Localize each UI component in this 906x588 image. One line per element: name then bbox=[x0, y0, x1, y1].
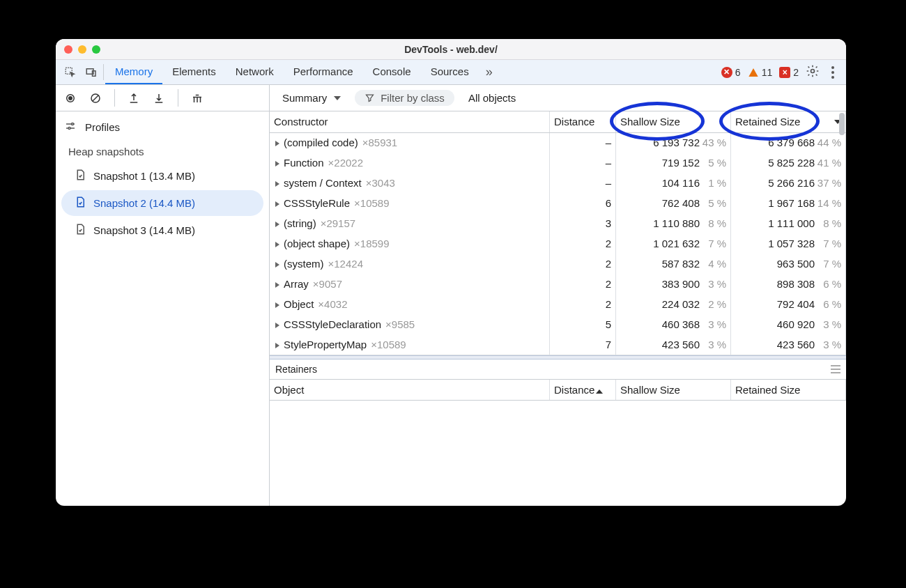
retainers-header: Retainers bbox=[270, 359, 846, 380]
table-row[interactable]: (string)×2915731 110 8808 %1 111 0008 % bbox=[270, 213, 846, 233]
expand-arrow-icon[interactable] bbox=[275, 242, 279, 247]
retainers-col-object[interactable]: Object bbox=[270, 380, 550, 401]
tab-performance[interactable]: Performance bbox=[284, 60, 363, 84]
table-header-row: Constructor Distance Shallow Size Retain… bbox=[270, 111, 846, 132]
object-scope-select[interactable]: All objects bbox=[461, 89, 523, 107]
device-toolbar-icon[interactable] bbox=[81, 60, 102, 84]
col-retained-size[interactable]: Retained Size bbox=[731, 111, 846, 132]
snapshot-label: Snapshot 3 (14.4 MB) bbox=[93, 224, 195, 236]
import-button[interactable] bbox=[151, 92, 167, 105]
tab-sources-label: Sources bbox=[431, 65, 469, 77]
retainers-col-retained[interactable]: Retained Size bbox=[731, 380, 846, 401]
snapshot-item[interactable]: Snapshot 2 (14.4 MB) bbox=[61, 190, 263, 216]
filter-icon bbox=[364, 93, 375, 103]
table-row[interactable]: StylePropertyMap×105897423 5603 %423 560… bbox=[270, 334, 846, 355]
expand-arrow-icon[interactable] bbox=[275, 323, 279, 328]
tab-elements[interactable]: Elements bbox=[162, 60, 226, 84]
expand-arrow-icon[interactable] bbox=[275, 302, 279, 308]
table-row[interactable]: (compiled code)×85931–6 193 73243 %6 379… bbox=[270, 132, 846, 153]
snapshot-icon bbox=[74, 196, 86, 210]
main-tabbar: Memory Elements Network Performance Cons… bbox=[56, 60, 846, 85]
snapshot-label: Snapshot 1 (13.4 MB) bbox=[93, 170, 195, 182]
retainers-empty bbox=[270, 401, 846, 506]
table-row[interactable]: Function×22022–719 1525 %5 825 22841 % bbox=[270, 153, 846, 173]
constructor-table: Constructor Distance Shallow Size Retain… bbox=[270, 111, 846, 355]
view-mode-select[interactable]: Summary bbox=[275, 89, 348, 107]
tab-console[interactable]: Console bbox=[363, 60, 421, 84]
issue-count[interactable]: × 2 bbox=[779, 67, 799, 78]
settings-button[interactable] bbox=[806, 64, 820, 80]
col-shallow-size[interactable]: Shallow Size bbox=[616, 111, 731, 132]
record-button[interactable] bbox=[63, 92, 78, 105]
warning-count[interactable]: 11 bbox=[748, 67, 773, 78]
profiles-sidebar: Profiles Heap snapshots Snapshot 1 (13.4… bbox=[56, 111, 270, 506]
close-window-button[interactable] bbox=[64, 45, 72, 54]
error-icon: ✕ bbox=[721, 67, 732, 78]
table-row[interactable]: (object shape)×1859921 021 6327 %1 057 3… bbox=[270, 233, 846, 254]
expand-arrow-icon[interactable] bbox=[275, 343, 279, 348]
issue-icon: × bbox=[779, 67, 790, 78]
col-constructor[interactable]: Constructor bbox=[270, 111, 550, 132]
col-distance[interactable]: Distance bbox=[550, 111, 616, 132]
svg-point-8 bbox=[68, 127, 70, 130]
table-row[interactable]: Array×90572383 9003 %898 3086 % bbox=[270, 274, 846, 294]
expand-arrow-icon[interactable] bbox=[275, 161, 279, 167]
error-count[interactable]: ✕ 6 bbox=[721, 67, 741, 78]
class-filter-input[interactable]: Filter by class bbox=[355, 90, 454, 106]
warning-icon bbox=[748, 67, 759, 78]
snapshot-item[interactable]: Snapshot 3 (14.4 MB) bbox=[61, 217, 263, 243]
expand-arrow-icon[interactable] bbox=[275, 222, 279, 227]
snapshot-icon bbox=[74, 169, 86, 183]
expand-arrow-icon[interactable] bbox=[275, 181, 279, 187]
retainers-col-distance[interactable]: Distance bbox=[550, 380, 616, 401]
expand-arrow-icon[interactable] bbox=[275, 282, 279, 288]
minimize-window-button[interactable] bbox=[78, 45, 86, 54]
titlebar: DevTools - web.dev/ bbox=[56, 39, 846, 60]
svg-point-7 bbox=[72, 123, 74, 125]
table-row[interactable]: Object×40322224 0322 %792 4046 % bbox=[270, 294, 846, 314]
svg-point-5 bbox=[68, 96, 72, 100]
inspect-element-icon[interactable] bbox=[60, 60, 81, 84]
table-row[interactable]: system / Context×3043–104 1161 %5 266 21… bbox=[270, 173, 846, 193]
retainers-menu-icon[interactable] bbox=[831, 365, 840, 373]
tab-memory-label: Memory bbox=[115, 65, 153, 77]
svg-point-3 bbox=[811, 70, 815, 73]
tab-elements-label: Elements bbox=[172, 65, 216, 77]
more-options-button[interactable] bbox=[827, 66, 839, 79]
scrollbar-thumb[interactable] bbox=[839, 113, 845, 135]
clear-button[interactable] bbox=[88, 92, 103, 105]
tab-console-label: Console bbox=[373, 65, 411, 77]
profiles-label: Profiles bbox=[85, 121, 120, 133]
window-title: DevTools - web.dev/ bbox=[56, 44, 846, 55]
more-tabs-icon[interactable]: » bbox=[479, 60, 500, 84]
devtools-window: DevTools - web.dev/ Memory Elements Netw… bbox=[56, 39, 846, 506]
window-controls bbox=[64, 45, 100, 54]
memory-toolbar: Summary Filter by class All objects bbox=[56, 85, 846, 111]
retainers-table: Object Distance Shallow Size Retained Si… bbox=[270, 380, 846, 401]
memory-content: Constructor Distance Shallow Size Retain… bbox=[270, 111, 846, 506]
tab-sources[interactable]: Sources bbox=[421, 60, 479, 84]
export-button[interactable] bbox=[126, 92, 141, 105]
sort-asc-icon bbox=[596, 389, 603, 394]
expand-arrow-icon[interactable] bbox=[275, 262, 279, 268]
gc-button[interactable] bbox=[190, 92, 205, 105]
retainers-col-shallow[interactable]: Shallow Size bbox=[616, 380, 731, 401]
snapshot-label: Snapshot 2 (14.4 MB) bbox=[93, 197, 195, 209]
tab-performance-label: Performance bbox=[293, 65, 353, 77]
table-row[interactable]: CSSStyleRule×105896762 4085 %1 967 16814… bbox=[270, 193, 846, 213]
sliders-icon bbox=[64, 120, 77, 134]
tab-network-label: Network bbox=[236, 65, 274, 77]
tab-network[interactable]: Network bbox=[226, 60, 284, 84]
zoom-window-button[interactable] bbox=[92, 45, 100, 54]
table-row[interactable]: (system)×124242587 8324 %963 5007 % bbox=[270, 254, 846, 274]
expand-arrow-icon[interactable] bbox=[275, 141, 279, 146]
chevron-down-icon bbox=[334, 96, 341, 100]
tab-memory[interactable]: Memory bbox=[105, 60, 162, 84]
snapshot-icon bbox=[74, 223, 86, 238]
expand-arrow-icon[interactable] bbox=[275, 201, 279, 207]
snapshot-item[interactable]: Snapshot 1 (13.4 MB) bbox=[61, 163, 263, 189]
table-row[interactable]: CSSStyleDeclaration×95855460 3683 %460 9… bbox=[270, 314, 846, 334]
snapshots-header: Heap snapshots bbox=[56, 140, 269, 162]
